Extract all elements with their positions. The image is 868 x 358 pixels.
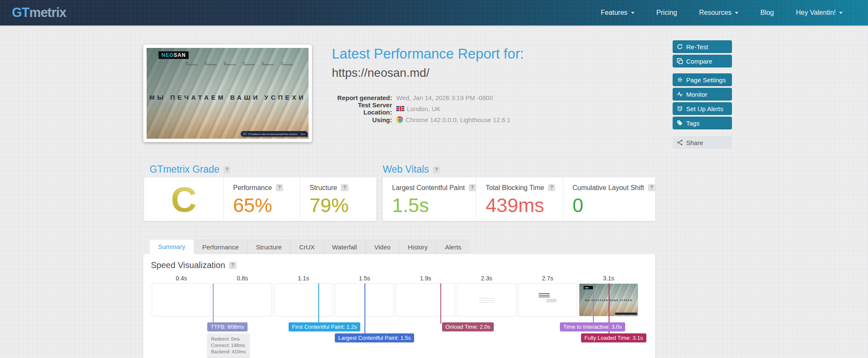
detail-value: Chrome 142.0.0.0, Lighthouse 12.6.1 — [396, 116, 511, 123]
web-vitals-panel: Largest Contentful Paint? 1.5s Total Blo… — [383, 177, 655, 221]
nav-resources-label: Resources — [699, 9, 732, 17]
speed-visualization-heading: Speed Visualization? — [151, 260, 236, 270]
ttfb-connect: Connect: 198ms — [211, 342, 246, 349]
help-icon[interactable]: ? — [223, 166, 231, 173]
tab-summary[interactable]: Summary — [150, 240, 194, 254]
faint-render-content — [479, 296, 494, 303]
cls-value: 0 — [573, 196, 655, 215]
chrome-icon — [396, 116, 403, 123]
detail-value: Wed, Jan 14, 2026 3:19 PM -0800 — [396, 94, 493, 101]
monitor-label: Monitor — [686, 91, 707, 98]
help-icon[interactable]: ? — [433, 166, 440, 173]
page: GTmetrix Features Pricing Resources Blog… — [0, 0, 868, 358]
fcp-marker-badge: First Contentful Paint: 1.2s — [289, 322, 360, 331]
nav-blog[interactable]: Blog — [749, 0, 785, 25]
help-icon[interactable]: ? — [276, 184, 283, 191]
lcp-marker-line — [364, 283, 365, 335]
retest-button[interactable]: Re-Test — [673, 40, 732, 53]
grade-letter-cell: C — [144, 177, 224, 221]
lcp-metric: Largest Contentful Paint? 1.5s — [383, 177, 476, 221]
tti-marker-badge: Time to Interactive: 3.0s — [560, 322, 625, 331]
nav-features-label: Features — [601, 9, 627, 17]
tbt-metric: Total Blocking Time? 439ms — [476, 177, 563, 221]
thumbnail-nav-links — [186, 64, 305, 65]
performance-label: Performance — [233, 184, 272, 191]
chat-brand: jivo — [301, 133, 305, 135]
report-actions: Re-Test Compare Page Settings Monitor Se… — [673, 40, 732, 151]
onload-marker-line — [440, 283, 441, 324]
ttfb-breakdown-box: Redirect: 0ms Connect: 198ms Backend: 41… — [207, 333, 250, 358]
tti-marker-line — [593, 283, 594, 324]
gtmetrix-logo[interactable]: GTmetrix — [12, 0, 66, 25]
tab-structure[interactable]: Structure — [248, 240, 291, 254]
help-icon[interactable]: ? — [648, 184, 655, 191]
detail-label: Using: — [332, 116, 392, 123]
chevron-down-icon — [839, 12, 843, 14]
thumbnail-chat-widget: Отправьте нам интересующий вас вопрос ji… — [241, 131, 308, 137]
neosan-logo: NEOSAN — [159, 51, 189, 59]
ttfb-marker-badge: TTFB: 608ms — [207, 322, 248, 331]
tab-waterfall[interactable]: Waterfall — [324, 240, 366, 254]
nav-resources[interactable]: Resources — [688, 0, 749, 25]
logo-gt: GT — [12, 5, 29, 20]
logo-metrix: metrix — [29, 5, 66, 20]
nav-pricing[interactable]: Pricing — [645, 0, 688, 25]
tag-icon — [677, 120, 683, 126]
help-icon[interactable]: ? — [341, 184, 348, 191]
timeline-tick: 1.9s — [396, 275, 455, 282]
ttfb-marker-line — [213, 283, 214, 324]
ttfb-redirect: Redirect: 0ms — [211, 336, 246, 342]
filmstrip-frame — [152, 283, 211, 316]
gear-icon — [677, 77, 683, 83]
detail-row-using: Using: Chrome 142.0.0.0, Lighthouse 12.6… — [332, 114, 511, 125]
detail-value: London, UK — [396, 105, 440, 112]
share-button[interactable]: Share — [673, 136, 732, 149]
ttfb-backend: Backend: 410ms — [211, 349, 246, 355]
lcp-value: 1.5s — [392, 196, 476, 215]
structure-metric: Structure? 79% — [300, 177, 377, 221]
site-screenshot-thumbnail[interactable]: NEOSAN МЫ ПЕЧАТАЕМ ВАШИ УСПЕХИ Отправьте… — [143, 45, 312, 142]
grade-letter: C — [171, 182, 197, 217]
partial-render-content — [539, 293, 550, 297]
tab-crux[interactable]: CrUX — [291, 240, 324, 254]
lcp-label: Largest Contentful Paint — [392, 184, 465, 191]
chevron-down-icon — [735, 12, 738, 14]
detail-label: Report generated: — [332, 94, 392, 101]
tab-video[interactable]: Video — [366, 240, 399, 254]
filmstrip-frame — [213, 283, 272, 316]
header-nav: Features Pricing Resources Blog Hey Vale… — [590, 0, 854, 25]
chevron-down-icon — [631, 12, 634, 14]
nav-features[interactable]: Features — [590, 0, 645, 25]
chat-widget-mini — [615, 313, 637, 315]
nav-account-menu[interactable]: Hey Valentin! — [785, 0, 854, 25]
retest-icon — [677, 44, 683, 50]
help-icon[interactable]: ? — [469, 184, 476, 191]
tab-performance[interactable]: Performance — [194, 240, 248, 254]
monitor-button[interactable]: Monitor — [673, 88, 732, 101]
report-url[interactable]: https://neosan.md/ — [332, 66, 429, 80]
detail-label: Test Server Location: — [332, 101, 392, 116]
page-settings-button[interactable]: Page Settings — [673, 73, 732, 86]
share-label: Share — [686, 139, 703, 146]
set-up-alerts-button[interactable]: Set Up Alerts — [673, 102, 732, 115]
page-title: Latest Performance Report for: — [332, 46, 524, 62]
tbt-label: Total Blocking Time — [486, 184, 544, 191]
timeline-tick: 2.3s — [457, 275, 516, 282]
timeline-tick: 0.8s — [213, 275, 272, 282]
site-screenshot-image: NEOSAN МЫ ПЕЧАТАЕМ ВАШИ УСПЕХИ Отправьте… — [147, 48, 309, 139]
filmstrip-frame — [396, 283, 455, 316]
fully-loaded-marker-badge: Fully Loaded Time: 3.1s — [581, 333, 646, 342]
tags-label: Tags — [686, 120, 700, 127]
report-tabs: Summary Performance Structure CrUX Water… — [150, 240, 470, 254]
top-nav-bar: GTmetrix Features Pricing Resources Blog… — [0, 0, 868, 25]
retest-label: Re-Test — [686, 43, 708, 50]
compare-button[interactable]: Compare — [673, 55, 732, 67]
help-icon[interactable]: ? — [229, 262, 236, 269]
uk-flag-icon — [396, 106, 404, 111]
help-icon[interactable]: ? — [548, 184, 555, 191]
tab-history[interactable]: History — [399, 240, 437, 254]
chat-icon — [243, 133, 246, 135]
filmstrip-frame — [518, 283, 577, 316]
tags-button[interactable]: Tags — [673, 117, 732, 129]
tab-alerts[interactable]: Alerts — [437, 240, 470, 254]
